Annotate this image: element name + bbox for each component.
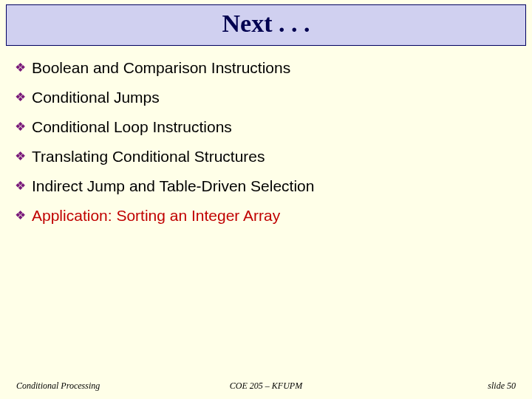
list-item-text: Indirect Jump and Table-Driven Selection xyxy=(32,177,314,195)
list-item: ❖ Conditional Jumps xyxy=(15,89,523,106)
diamond-bullet-icon: ❖ xyxy=(15,207,26,225)
diamond-bullet-icon: ❖ xyxy=(15,59,26,77)
footer: Conditional Processing COE 205 – KFUPM s… xyxy=(0,381,532,392)
list-item-text: Conditional Loop Instructions xyxy=(32,118,232,136)
diamond-bullet-icon: ❖ xyxy=(15,148,26,166)
list-item: ❖ Indirect Jump and Table-Driven Selecti… xyxy=(15,177,523,195)
list-item: ❖ Boolean and Comparison Instructions xyxy=(15,59,523,77)
footer-right: slide 50 xyxy=(488,381,516,392)
diamond-bullet-icon: ❖ xyxy=(15,118,26,136)
list-item-text: Conditional Jumps xyxy=(32,89,160,106)
list-item-text: Application: Sorting an Integer Array xyxy=(32,207,280,225)
footer-left: Conditional Processing xyxy=(16,381,100,392)
title-bar: Next . . . xyxy=(6,4,526,46)
list-item: ❖ Translating Conditional Structures xyxy=(15,148,523,166)
page-title: Next . . . xyxy=(222,10,310,37)
bullet-list: ❖ Boolean and Comparison Instructions ❖ … xyxy=(0,46,532,225)
footer-center: COE 205 – KFUPM xyxy=(230,381,302,392)
list-item-text: Boolean and Comparison Instructions xyxy=(32,59,290,77)
diamond-bullet-icon: ❖ xyxy=(15,89,26,106)
diamond-bullet-icon: ❖ xyxy=(15,177,26,195)
list-item-text: Translating Conditional Structures xyxy=(32,148,265,166)
list-item: ❖ Application: Sorting an Integer Array xyxy=(15,207,523,225)
list-item: ❖ Conditional Loop Instructions xyxy=(15,118,523,136)
